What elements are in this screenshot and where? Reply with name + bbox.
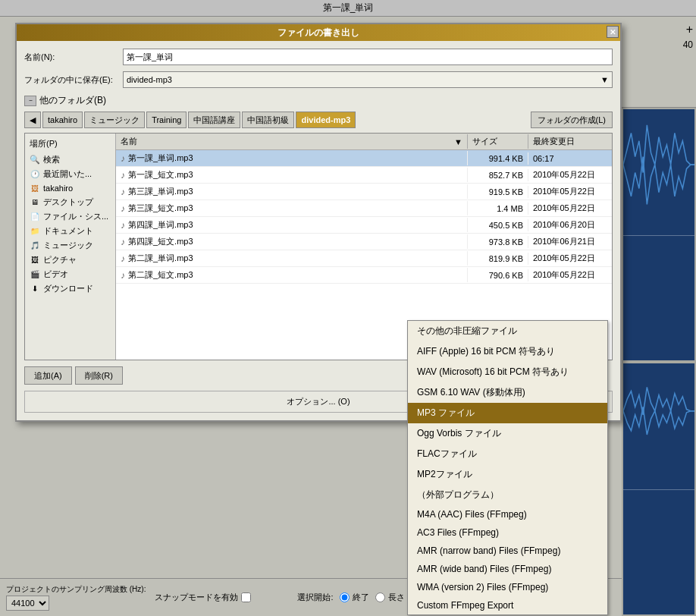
snap-row: スナップモードを有効	[155, 592, 251, 603]
takahiro-icon: 🖼	[30, 183, 40, 193]
file-row[interactable]: ♪ 第三課_短文.mp3 1.4 MB 2010年05月22日	[116, 200, 612, 217]
dropdown-item-custom-ffmpeg[interactable]: Custom FFmpeg Export	[408, 596, 607, 614]
documents-icon: 📁	[30, 226, 40, 237]
sample-rate-label: プロジェクトのサンプリング周波数 (Hz):	[6, 584, 146, 594]
col-name-header[interactable]: 名前 ▼	[116, 134, 468, 149]
dropdown-item-m4a[interactable]: M4A (AAC) Files (FFmpeg)	[408, 505, 607, 523]
format-dropdown-menu: その他の非圧縮ファイル AIFF (Apple) 16 bit PCM 符号あり…	[407, 320, 608, 615]
search-icon: 🔍	[30, 155, 40, 165]
length-radio-label: 長さ	[388, 592, 405, 603]
nav-training[interactable]: Training	[146, 112, 187, 128]
music-file-icon: ♪	[121, 270, 125, 281]
end-radio[interactable]	[340, 592, 350, 602]
sidebar-filesystem-label: ファイル・シス...	[43, 211, 108, 222]
sidebar-takahiro-label: takahiro	[43, 184, 73, 193]
file-name: 第一課_短文.mp3	[128, 169, 193, 181]
file-row[interactable]: ♪ 第四課_単词.mp3 450.5 KB 2010年06月20日	[116, 217, 612, 234]
nav-back-button[interactable]: ◀	[24, 112, 41, 128]
file-row[interactable]: ♪ 第四課_短文.mp3 973.8 KB 2010年06月21日	[116, 234, 612, 250]
file-name-cell: ♪ 第三課_短文.mp3	[116, 201, 468, 215]
video-icon: 🎬	[30, 269, 40, 280]
dropdown-item-mp2[interactable]: MP2ファイル	[408, 464, 607, 485]
collapse-row: － 他のフォルダ(B)	[24, 94, 613, 107]
dropdown-item-amr-narrow[interactable]: AMR (narrow band) Files (FFmpeg)	[408, 542, 607, 560]
sidebar-item-search[interactable]: 🔍 検索	[28, 152, 112, 167]
place-header: 場所(P)	[28, 137, 112, 151]
file-name-cell: ♪ 第二課_短文.mp3	[116, 268, 468, 282]
sidebar-item-music[interactable]: 🎵 ミュージック	[28, 238, 112, 253]
col-size-header[interactable]: サイズ	[468, 134, 528, 149]
filename-input[interactable]	[123, 49, 613, 65]
file-name: 第二課_短文.mp3	[128, 269, 193, 281]
music-file-icon: ♪	[121, 237, 125, 247]
sidebar-item-video[interactable]: 🎬 ビデオ	[28, 267, 112, 281]
sidebar-pictures-label: ピクチャ	[43, 254, 77, 266]
sidebar-item-downloads[interactable]: ⬇ ダウンロード	[28, 281, 112, 296]
file-row[interactable]: ♪ 第一課_短文.mp3 852.7 KB 2010年05月22日	[116, 167, 612, 184]
music-file-icon: ♪	[121, 203, 125, 214]
nav-chinese-beginner[interactable]: 中国語初級	[242, 112, 294, 128]
folder-select-value: divided-mp3	[127, 75, 172, 84]
dropdown-item-amr-wide[interactable]: AMR (wide band) Files (FFmpeg)	[408, 560, 607, 578]
file-date: 06:17	[528, 152, 612, 165]
file-row[interactable]: ♪ 第二課_短文.mp3 790.6 KB 2010年05月22日	[116, 267, 612, 284]
dropdown-item-flac[interactable]: FLACファイル	[408, 444, 607, 464]
file-row[interactable]: ♪ 第二課_単词.mp3 819.9 KB 2010年05月22日	[116, 250, 612, 267]
sidebar-item-documents[interactable]: 📁 ドキュメント	[28, 224, 112, 238]
nav-takahiro[interactable]: takahiro	[42, 112, 83, 128]
sidebar-item-desktop[interactable]: 🖥 デスクトップ	[28, 195, 112, 209]
file-row[interactable]: ♪ 第三課_単词.mp3 919.5 KB 2010年05月22日	[116, 184, 612, 200]
sidebar-item-filesystem[interactable]: 📄 ファイル・シス...	[28, 209, 112, 224]
file-name-cell: ♪ 第一課_単词.mp3	[116, 151, 468, 165]
dropdown-item-ogg[interactable]: Ogg Vorbis ファイル	[408, 423, 607, 444]
nav-music[interactable]: ミュージック	[84, 112, 145, 128]
dialog-close-button[interactable]: ✕	[607, 26, 619, 38]
remove-button[interactable]: 削除(R)	[75, 366, 123, 385]
dropdown-item-aiff[interactable]: AIFF (Apple) 16 bit PCM 符号あり	[408, 341, 607, 362]
length-radio[interactable]	[375, 592, 385, 602]
dropdown-item-gsm[interactable]: GSM 6.10 WAV (移動体用)	[408, 382, 607, 403]
file-row[interactable]: ♪ 第一課_単词.mp3 991.4 KB 06:17	[116, 150, 612, 167]
sidebar-item-pictures[interactable]: 🖼 ピクチャ	[28, 253, 112, 267]
filename-label: 名前(N):	[24, 52, 123, 63]
sidebar-item-takahiro[interactable]: 🖼 takahiro	[28, 181, 112, 195]
outer-titlebar: 第一課_単词	[0, 0, 696, 17]
outer-window-title: 第一課_単词	[323, 2, 374, 14]
sidebar-downloads-label: ダウンロード	[43, 283, 93, 294]
dropdown-item-mp3[interactable]: MP3 ファイル	[408, 403, 607, 423]
file-name-cell: ♪ 第三課_単词.mp3	[116, 184, 468, 199]
folder-select[interactable]: divided-mp3 ▼	[123, 71, 613, 88]
folder-create-button[interactable]: フォルダの作成(L)	[531, 112, 613, 128]
dropdown-item-ac3[interactable]: AC3 Files (FFmpeg)	[408, 523, 607, 542]
file-date: 2010年05月22日	[528, 268, 612, 282]
add-button[interactable]: 追加(A)	[24, 366, 72, 385]
dropdown-item-external[interactable]: （外部プログラム）	[408, 485, 607, 505]
file-name: 第一課_単词.mp3	[128, 152, 193, 164]
waveform-add-button[interactable]: +	[686, 23, 693, 36]
music-file-icon: ♪	[121, 220, 125, 231]
snap-checkbox[interactable]	[241, 592, 251, 602]
sidebar-item-recent[interactable]: 🕐 最近開いた...	[28, 167, 112, 181]
waveform-display-1	[623, 109, 694, 360]
file-list-header: 名前 ▼ サイズ 最終変更日	[116, 134, 612, 150]
music-file-icon: ♪	[121, 253, 125, 264]
waveform-display-2	[623, 363, 694, 614]
dropdown-item-other-uncompressed[interactable]: その他の非圧縮ファイル	[408, 321, 607, 341]
nav-divided-mp3[interactable]: divided-mp3	[296, 112, 356, 128]
col-date-header[interactable]: 最終変更日	[528, 134, 612, 149]
dropdown-item-wav[interactable]: WAV (Microsoft) 16 bit PCM 符号あり	[408, 362, 607, 382]
file-size: 919.5 KB	[468, 186, 528, 198]
waveform-panel: + 40	[622, 17, 696, 616]
sidebar-documents-label: ドキュメント	[43, 225, 93, 237]
file-date: 2010年05月22日	[528, 168, 612, 182]
sidebar-panel: 場所(P) 🔍 検索 🕐 最近開いた... 🖼 takahiro 🖥 デスクトッ…	[25, 134, 116, 360]
music-file-icon: ♪	[121, 170, 125, 181]
sample-rate-select[interactable]: 44100	[6, 596, 49, 611]
file-date: 2010年05月22日	[528, 251, 612, 266]
file-name-cell: ♪ 第一課_短文.mp3	[116, 168, 468, 182]
nav-chinese-lecture[interactable]: 中国語講座	[188, 112, 240, 128]
length-radio-group: 長さ	[375, 592, 405, 603]
dropdown-item-wma[interactable]: WMA (version 2) Files (FFmpeg)	[408, 578, 607, 596]
folder-row: フォルダの中に保存(E): divided-mp3 ▼	[24, 71, 613, 88]
collapse-button[interactable]: －	[24, 96, 36, 106]
